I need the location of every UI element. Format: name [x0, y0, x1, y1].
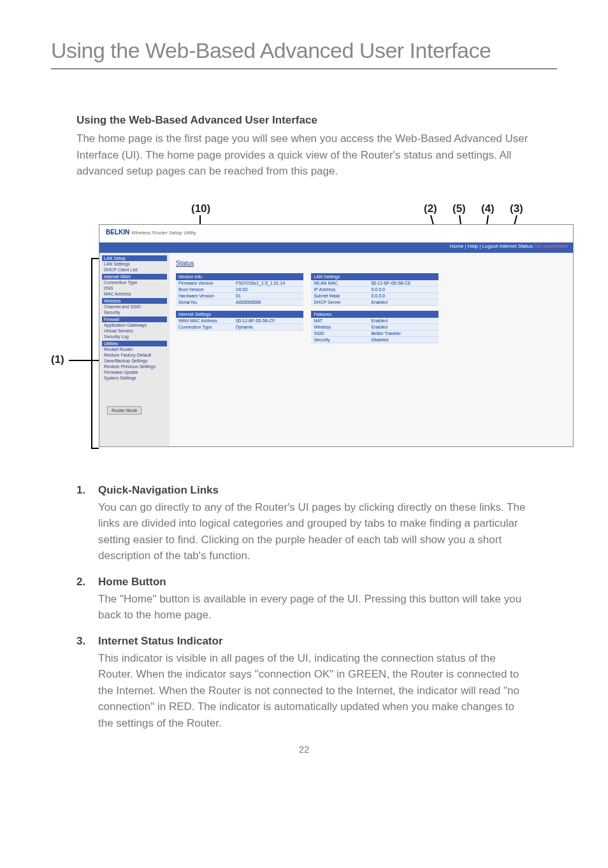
vi-v2: 01 [233, 293, 303, 299]
router-topbar: Home | Help | Logout Internet Status: No… [99, 243, 573, 253]
router-brand: BELKIN [106, 229, 129, 236]
sidebar-item-fw-update[interactable]: Firmware Update [102, 369, 167, 375]
item-number-2: 2. [76, 576, 98, 623]
intro-body: The home page is the first page you will… [76, 131, 532, 180]
list-item: 2. Home Button The "Home" button is avai… [76, 576, 532, 623]
item-body-1: You can go directly to any of the Router… [98, 499, 532, 564]
vi-v1: V0.03 [233, 287, 303, 292]
sidebar-item-chan-ssid[interactable]: Channel and SSID [102, 304, 167, 309]
page-title: Using the Web-Based Advanced User Interf… [51, 38, 557, 63]
router-window: BELKIN Wireless Router Setup Utility Hom… [99, 224, 574, 447]
sidebar-item-lan-settings[interactable]: LAN Settings [102, 261, 167, 267]
item-heading-3: Internet Status Indicator [98, 635, 532, 648]
title-rule [51, 68, 557, 69]
router-header: BELKIN Wireless Router Setup Utility [99, 225, 573, 243]
item-number-1: 1. [76, 484, 98, 564]
router-diagram: (10) (2) (5) (4) (3) (1) (6) (8) (7) (9) [51, 197, 574, 459]
vi-v3: A000000006 [233, 299, 303, 305]
sidebar-sec-wireless[interactable]: Wireless [102, 298, 167, 304]
sidebar-item-sys-settings[interactable]: System Settings [102, 375, 167, 381]
ft-v0: Enabled [368, 318, 438, 324]
callout-3: (3) [510, 203, 523, 215]
sidebar-item-restart[interactable]: Restart Router [102, 346, 167, 352]
vi-k0: Firmware Version [176, 280, 233, 286]
callout-5: (5) [452, 203, 466, 215]
item-number-3: 3. [76, 635, 98, 732]
ls-k3: DHCP Server [311, 299, 368, 305]
is-k0: WAN MAC Address [176, 318, 233, 324]
panel-hd-version: Version Info [176, 273, 303, 280]
item-heading-1: Quick-Navigation Links [98, 484, 532, 497]
callout-2: (2) [424, 203, 437, 215]
list-item: 1. Quick-Navigation Links You can go dir… [76, 484, 532, 564]
item-body-3: This indicator is visible in all pages o… [98, 650, 532, 732]
sidebar-item-restore-prev[interactable]: Restore Previous Settings [102, 364, 167, 369]
sidebar-sec-wan[interactable]: Internet WAN [102, 274, 167, 280]
sidebar-item-dhcp-list[interactable]: DHCP Client List [102, 267, 167, 273]
router-main: Status Version Info Firmware VersionF5D7… [170, 253, 573, 446]
is-v0: 00-12-BF-00-5B-CF [233, 318, 303, 324]
list-item: 3. Internet Status Indicator This indica… [76, 635, 532, 732]
panel-version-info: Version Info Firmware VersionF5D7230v1_1… [176, 273, 303, 306]
ls-k0: WLAN MAC [311, 280, 368, 286]
sidebar-item-sec-log[interactable]: Security Log [102, 334, 167, 339]
vi-v0: F5D7230v1_1.0_1.01.14 [233, 280, 303, 286]
status-link[interactable]: Status [176, 260, 194, 267]
sidebar-item-dns[interactable]: DNS [102, 285, 167, 291]
router-mode-button[interactable]: Router Mode [107, 406, 141, 415]
sidebar-item-security[interactable]: Security [102, 309, 167, 315]
panel-hd-features: Features [311, 311, 438, 318]
ls-v3: Enabled [368, 299, 438, 305]
ft-k1: Wireless [311, 324, 368, 330]
vi-k1: Boot Version [176, 287, 233, 292]
callout-10: (10) [191, 203, 210, 215]
ft-k0: NAT [311, 318, 368, 324]
sidebar-item-restore-fd[interactable]: Restore Factory Default [102, 352, 167, 358]
sidebar-item-conn-type[interactable]: Connection Type [102, 280, 167, 285]
router-sidebar: LAN Setup LAN Settings DHCP Client List … [99, 253, 170, 446]
item-body-2: The "Home" button is available in every … [98, 591, 532, 623]
panel-features: Features NATEnabled WirelessEnabled SSID… [311, 311, 438, 343]
sidebar-sec-lan[interactable]: LAN Setup [102, 255, 167, 261]
sidebar-item-save-backup[interactable]: Save/Backup Settings [102, 358, 167, 364]
is-k1: Connection Type [176, 324, 233, 330]
panel-lan-settings: LAN Settings WLAN MAC00-12-BF-00-5B-CE I… [311, 273, 438, 306]
ft-k3: Security [311, 337, 368, 343]
item-heading-2: Home Button [98, 576, 532, 588]
ft-v3: Disabled [368, 337, 438, 343]
ls-v1: 0.0.0.0 [368, 287, 438, 292]
ls-k2: Subnet Mask [311, 293, 368, 299]
ft-k2: SSID [311, 331, 368, 336]
sidebar-item-mac[interactable]: MAC Address [102, 291, 167, 297]
internet-status-indicator: No connection [535, 243, 568, 249]
panel-internet-settings: Internet Settings WAN MAC Address00-12-B… [176, 311, 303, 331]
callout-4: (4) [481, 203, 495, 215]
callout-1: (1) [51, 353, 64, 366]
is-v1: Dynamic [233, 324, 303, 330]
toplinks-text[interactable]: Home | Help | Logout Internet Status: [450, 243, 535, 249]
intro-heading: Using the Web-Based Advanced User Interf… [76, 114, 532, 127]
ft-v1: Enabled [368, 324, 438, 330]
page-number: 22 [51, 744, 557, 755]
panel-hd-lan: LAN Settings [311, 273, 438, 280]
ls-v0: 00-12-BF-00-5B-CE [368, 280, 438, 286]
ls-k1: IP Address [311, 287, 368, 292]
panel-hd-internet: Internet Settings [176, 311, 303, 318]
ft-v2: Belkin Traveler [368, 331, 438, 336]
sidebar-item-virt-srv[interactable]: Virtual Servers [102, 328, 167, 334]
vi-k3: Serial No. [176, 299, 233, 305]
router-brand-sub: Wireless Router Setup Utility [131, 230, 196, 236]
sidebar-sec-firewall[interactable]: Firewall [102, 317, 167, 322]
vi-k2: Hardware Version [176, 293, 233, 299]
sidebar-sec-util[interactable]: Utilities [102, 341, 167, 346]
router-toplinks[interactable]: Home | Help | Logout Internet Status: No… [450, 243, 568, 249]
ls-v2: 0.0.0.0 [368, 293, 438, 299]
sidebar-item-app-gw[interactable]: Application Gateways [102, 322, 167, 328]
